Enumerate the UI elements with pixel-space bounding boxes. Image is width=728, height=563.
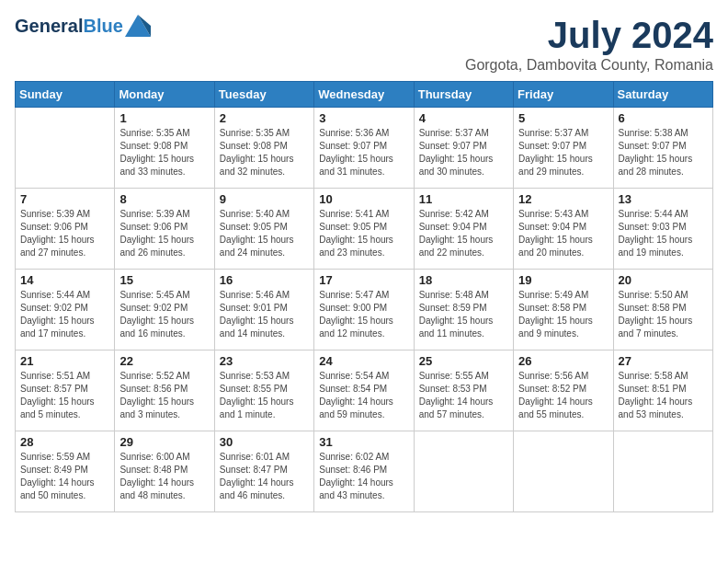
day-number: 20 bbox=[619, 273, 708, 287]
calendar-week-4: 21Sunrise: 5:51 AM Sunset: 8:57 PM Dayli… bbox=[16, 350, 713, 431]
day-number: 1 bbox=[119, 111, 209, 125]
day-info: Sunrise: 5:55 AM Sunset: 8:53 PM Dayligh… bbox=[419, 370, 508, 421]
day-info: Sunrise: 5:38 AM Sunset: 9:07 PM Dayligh… bbox=[619, 127, 708, 178]
calendar-cell: 5Sunrise: 5:37 AM Sunset: 9:07 PM Daylig… bbox=[514, 108, 613, 189]
day-info: Sunrise: 5:44 AM Sunset: 9:02 PM Dayligh… bbox=[20, 289, 109, 340]
calendar-week-5: 28Sunrise: 5:59 AM Sunset: 8:49 PM Dayli… bbox=[16, 431, 713, 512]
day-info: Sunrise: 5:43 AM Sunset: 9:04 PM Dayligh… bbox=[518, 208, 608, 259]
day-number: 8 bbox=[119, 192, 209, 206]
calendar-cell: 30Sunrise: 6:01 AM Sunset: 8:47 PM Dayli… bbox=[214, 431, 313, 512]
day-number: 26 bbox=[518, 354, 608, 368]
day-number: 4 bbox=[419, 111, 508, 125]
calendar-week-2: 7Sunrise: 5:39 AM Sunset: 9:06 PM Daylig… bbox=[16, 189, 713, 270]
calendar-cell: 31Sunrise: 6:02 AM Sunset: 8:46 PM Dayli… bbox=[314, 431, 414, 512]
day-info: Sunrise: 5:51 AM Sunset: 8:57 PM Dayligh… bbox=[20, 370, 109, 421]
calendar-cell bbox=[16, 108, 115, 189]
day-number: 24 bbox=[319, 354, 408, 368]
day-header-thursday: Thursday bbox=[414, 82, 513, 108]
calendar-cell: 9Sunrise: 5:40 AM Sunset: 9:05 PM Daylig… bbox=[214, 189, 313, 270]
day-number: 5 bbox=[518, 111, 608, 125]
day-info: Sunrise: 5:59 AM Sunset: 8:49 PM Dayligh… bbox=[20, 451, 109, 502]
logo-general: GeneralBlue bbox=[15, 16, 123, 37]
calendar-cell: 6Sunrise: 5:38 AM Sunset: 9:07 PM Daylig… bbox=[613, 108, 712, 189]
day-info: Sunrise: 5:45 AM Sunset: 9:02 PM Dayligh… bbox=[119, 289, 209, 340]
day-number: 16 bbox=[220, 273, 309, 287]
day-number: 3 bbox=[319, 111, 408, 125]
calendar-cell: 21Sunrise: 5:51 AM Sunset: 8:57 PM Dayli… bbox=[16, 350, 115, 431]
calendar-cell bbox=[414, 431, 513, 512]
day-number: 17 bbox=[319, 273, 408, 287]
day-info: Sunrise: 5:35 AM Sunset: 9:08 PM Dayligh… bbox=[119, 127, 209, 178]
day-info: Sunrise: 6:02 AM Sunset: 8:46 PM Dayligh… bbox=[319, 451, 408, 502]
calendar-cell: 25Sunrise: 5:55 AM Sunset: 8:53 PM Dayli… bbox=[414, 350, 513, 431]
calendar-cell bbox=[514, 431, 613, 512]
calendar-cell: 1Sunrise: 5:35 AM Sunset: 9:08 PM Daylig… bbox=[115, 108, 214, 189]
calendar-week-3: 14Sunrise: 5:44 AM Sunset: 9:02 PM Dayli… bbox=[16, 270, 713, 350]
calendar-cell: 15Sunrise: 5:45 AM Sunset: 9:02 PM Dayli… bbox=[115, 270, 214, 350]
day-info: Sunrise: 5:39 AM Sunset: 9:06 PM Dayligh… bbox=[119, 208, 209, 259]
calendar-week-1: 1Sunrise: 5:35 AM Sunset: 9:08 PM Daylig… bbox=[16, 108, 713, 189]
day-info: Sunrise: 5:53 AM Sunset: 8:55 PM Dayligh… bbox=[220, 370, 309, 421]
day-number: 21 bbox=[20, 354, 109, 368]
day-number: 6 bbox=[619, 111, 708, 125]
day-info: Sunrise: 5:52 AM Sunset: 8:56 PM Dayligh… bbox=[119, 370, 209, 421]
calendar-cell bbox=[613, 431, 712, 512]
month-title: July 2024 bbox=[465, 15, 713, 55]
day-info: Sunrise: 5:50 AM Sunset: 8:58 PM Dayligh… bbox=[619, 289, 708, 340]
day-info: Sunrise: 5:41 AM Sunset: 9:05 PM Dayligh… bbox=[319, 208, 408, 259]
calendar-cell: 16Sunrise: 5:46 AM Sunset: 9:01 PM Dayli… bbox=[214, 270, 313, 350]
day-info: Sunrise: 6:01 AM Sunset: 8:47 PM Dayligh… bbox=[220, 451, 309, 502]
day-info: Sunrise: 5:47 AM Sunset: 9:00 PM Dayligh… bbox=[319, 289, 408, 340]
day-number: 10 bbox=[319, 192, 408, 206]
calendar-cell: 8Sunrise: 5:39 AM Sunset: 9:06 PM Daylig… bbox=[115, 189, 214, 270]
calendar-cell: 11Sunrise: 5:42 AM Sunset: 9:04 PM Dayli… bbox=[414, 189, 513, 270]
day-number: 19 bbox=[518, 273, 608, 287]
calendar-cell: 27Sunrise: 5:58 AM Sunset: 8:51 PM Dayli… bbox=[613, 350, 712, 431]
day-info: Sunrise: 5:36 AM Sunset: 9:07 PM Dayligh… bbox=[319, 127, 408, 178]
day-info: Sunrise: 5:48 AM Sunset: 8:59 PM Dayligh… bbox=[419, 289, 508, 340]
calendar-cell: 7Sunrise: 5:39 AM Sunset: 9:06 PM Daylig… bbox=[16, 189, 115, 270]
calendar-cell: 10Sunrise: 5:41 AM Sunset: 9:05 PM Dayli… bbox=[314, 189, 414, 270]
calendar-header-row: SundayMondayTuesdayWednesdayThursdayFrid… bbox=[16, 82, 713, 108]
day-info: Sunrise: 5:35 AM Sunset: 9:08 PM Dayligh… bbox=[220, 127, 309, 178]
calendar-cell: 23Sunrise: 5:53 AM Sunset: 8:55 PM Dayli… bbox=[214, 350, 313, 431]
calendar-cell: 20Sunrise: 5:50 AM Sunset: 8:58 PM Dayli… bbox=[613, 270, 712, 350]
calendar-cell: 22Sunrise: 5:52 AM Sunset: 8:56 PM Dayli… bbox=[115, 350, 214, 431]
calendar-cell: 3Sunrise: 5:36 AM Sunset: 9:07 PM Daylig… bbox=[314, 108, 414, 189]
day-number: 2 bbox=[220, 111, 309, 125]
calendar-table: SundayMondayTuesdayWednesdayThursdayFrid… bbox=[15, 81, 713, 512]
day-header-saturday: Saturday bbox=[613, 82, 712, 108]
calendar-cell: 24Sunrise: 5:54 AM Sunset: 8:54 PM Dayli… bbox=[314, 350, 414, 431]
title-block: July 2024 Gorgota, Dambovita County, Rom… bbox=[465, 15, 713, 74]
day-info: Sunrise: 5:54 AM Sunset: 8:54 PM Dayligh… bbox=[319, 370, 408, 421]
logo-icon bbox=[125, 15, 151, 37]
day-number: 28 bbox=[20, 435, 109, 449]
day-info: Sunrise: 5:39 AM Sunset: 9:06 PM Dayligh… bbox=[20, 208, 109, 259]
day-info: Sunrise: 5:58 AM Sunset: 8:51 PM Dayligh… bbox=[619, 370, 708, 421]
calendar-cell: 4Sunrise: 5:37 AM Sunset: 9:07 PM Daylig… bbox=[414, 108, 513, 189]
day-number: 13 bbox=[619, 192, 708, 206]
day-number: 30 bbox=[220, 435, 309, 449]
day-number: 7 bbox=[20, 192, 109, 206]
day-number: 9 bbox=[220, 192, 309, 206]
day-info: Sunrise: 5:56 AM Sunset: 8:52 PM Dayligh… bbox=[518, 370, 608, 421]
day-info: Sunrise: 6:00 AM Sunset: 8:48 PM Dayligh… bbox=[119, 451, 209, 502]
calendar-cell: 28Sunrise: 5:59 AM Sunset: 8:49 PM Dayli… bbox=[16, 431, 115, 512]
day-info: Sunrise: 5:46 AM Sunset: 9:01 PM Dayligh… bbox=[220, 289, 309, 340]
day-number: 22 bbox=[119, 354, 209, 368]
day-header-friday: Friday bbox=[514, 82, 613, 108]
day-info: Sunrise: 5:44 AM Sunset: 9:03 PM Dayligh… bbox=[619, 208, 708, 259]
day-number: 11 bbox=[419, 192, 508, 206]
day-info: Sunrise: 5:37 AM Sunset: 9:07 PM Dayligh… bbox=[419, 127, 508, 178]
day-number: 12 bbox=[518, 192, 608, 206]
calendar-cell: 29Sunrise: 6:00 AM Sunset: 8:48 PM Dayli… bbox=[115, 431, 214, 512]
day-number: 23 bbox=[220, 354, 309, 368]
day-header-monday: Monday bbox=[115, 82, 214, 108]
day-info: Sunrise: 5:42 AM Sunset: 9:04 PM Dayligh… bbox=[419, 208, 508, 259]
page-header: GeneralBlue July 2024 Gorgota, Dambovita… bbox=[15, 15, 713, 74]
calendar-cell: 18Sunrise: 5:48 AM Sunset: 8:59 PM Dayli… bbox=[414, 270, 513, 350]
calendar-cell: 2Sunrise: 5:35 AM Sunset: 9:08 PM Daylig… bbox=[214, 108, 313, 189]
day-info: Sunrise: 5:37 AM Sunset: 9:07 PM Dayligh… bbox=[518, 127, 608, 178]
location-subtitle: Gorgota, Dambovita County, Romania bbox=[465, 57, 713, 74]
day-number: 31 bbox=[319, 435, 408, 449]
